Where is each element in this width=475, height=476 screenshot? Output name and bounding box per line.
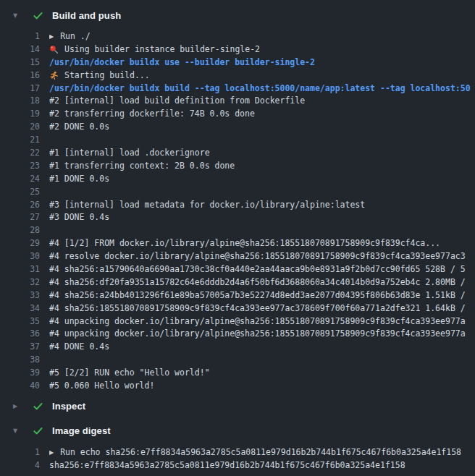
log-line-content: Starting build... [49,69,150,82]
log-text: Run ./ [60,30,91,43]
log-line: 18#2 [internal] load build definition fr… [0,95,475,108]
step-header-inspect[interactable]: ▶Inspect [0,399,475,415]
chevron-down-icon[interactable]: ▼ [13,428,22,434]
line-number[interactable]: 24 [0,173,40,186]
log-text: #5 0.060 Hello world! [49,380,154,393]
log-line-content: #5 [2/2] RUN echo "Hello world!" [49,367,210,380]
log-line: 34#4 sha256:185518070891758909c9f839cf4c… [0,302,475,315]
log-line-content: #1 [internal] load .dockerignore [49,147,210,160]
line-number[interactable]: 21 [0,134,40,147]
log-line: 23#1 transferring context: 2B 0.0s done [0,160,475,173]
pushpin-icon [49,45,59,54]
line-number[interactable]: 37 [0,341,40,354]
log-line: 30#4 resolve docker.io/library/alpine@sh… [0,250,475,263]
log-line: 24#1 DONE 0.0s [0,173,475,186]
log-line-content: #5 0.060 Hello world! [49,380,154,393]
step-header-image-digest[interactable]: ▼Image digest [0,423,475,439]
log-text: #4 [1/2] FROM docker.io/library/alpine@s… [49,237,440,250]
log-line-content: ▶Run echo sha256:e7ff8834a5963a2785c5a08… [49,446,461,459]
log-line-content: #1 transferring context: 2B 0.0s done [49,160,235,173]
line-number[interactable]: 40 [0,380,40,393]
line-number[interactable]: 38 [0,354,40,367]
line-number[interactable]: 29 [0,237,40,250]
line-number[interactable]: 25 [0,186,40,199]
log-text: #5 [2/2] RUN echo "Hello world!" [49,367,210,380]
log-line: 32#4 sha256:df20fa9351a15782c64e6dddb2d4… [0,276,475,289]
line-number[interactable]: 34 [0,302,40,315]
line-number[interactable]: 16 [0,69,40,82]
log-line-content: #4 DONE 0.4s [49,341,109,354]
log-text: Starting build... [64,69,150,82]
log-line-content: #4 sha256:185518070891758909c9f839cf4ca3… [49,302,466,315]
log-line-content: #3 [internal] load metadata for docker.i… [49,199,365,212]
log-line: 37#4 DONE 0.4s [0,341,475,354]
line-number[interactable]: 4 [0,459,40,472]
log-line-content: #2 transferring dockerfile: 74B 0.0s don… [49,108,255,121]
line-number[interactable]: 30 [0,250,40,263]
log-line-content: #1 DONE 0.0s [49,173,109,186]
line-number[interactable]: 22 [0,147,40,160]
log-line: 26#3 [internal] load metadata for docker… [0,199,475,212]
log-line: 35#4 unpacking docker.io/library/alpine@… [0,315,475,328]
log-text: #1 transferring context: 2B 0.0s done [49,160,235,173]
log-line: 27#3 DONE 0.4s [0,211,475,224]
run-group-expand-icon[interactable]: ▶ [49,446,54,459]
log-text: #4 resolve docker.io/library/alpine@sha2… [49,250,466,263]
log-line-content: ▶Run ./ [49,30,91,43]
log-text: #4 DONE 0.4s [49,341,109,354]
line-number[interactable]: 39 [0,367,40,380]
line-number[interactable]: 23 [0,160,40,173]
line-number[interactable]: 27 [0,211,40,224]
log-line: 1▶Run ./ [0,30,475,43]
log-line-content: Using builder instance builder-single-2 [49,43,260,56]
run-group-expand-icon[interactable]: ▶ [49,30,54,43]
line-number[interactable]: 15 [0,56,40,69]
log-text: sha256:e7ff8834a5963a2785c5a0811e979d16b… [49,459,405,472]
step-header-build-and-push[interactable]: ▼Build and push [0,7,475,23]
log-text: #4 sha256:df20fa9351a15782c64e6dddb2d4a6… [49,276,466,289]
line-number[interactable]: 28 [0,224,40,237]
chevron-down-icon[interactable]: ▼ [13,12,22,19]
log-line: 40#5 0.060 Hello world! [0,380,475,393]
log-text: #4 unpacking docker.io/library/alpine@sh… [49,315,466,328]
log-line-content: #4 sha256:a15790640a6690aa1730c38cf0a440… [49,263,466,276]
command-line: /usr/bin/docker buildx build --tag local… [49,82,471,95]
log-line-content: #4 resolve docker.io/library/alpine@sha2… [49,250,466,263]
line-number[interactable]: 35 [0,315,40,328]
log-line: 25 [0,186,475,199]
check-icon [33,401,43,412]
line-number[interactable]: 20 [0,121,40,134]
log-line: 19#2 transferring dockerfile: 74B 0.0s d… [0,108,475,121]
log-text: Using builder instance builder-single-2 [64,43,260,56]
log-line: 29#4 [1/2] FROM docker.io/library/alpine… [0,237,475,250]
line-number[interactable]: 18 [0,95,40,108]
log-line: 14Using builder instance builder-single-… [0,43,475,56]
line-number[interactable]: 31 [0,263,40,276]
step-log-build-and-push: 1▶Run ./14Using builder instance builder… [0,30,475,393]
log-text: #2 transferring dockerfile: 74B 0.0s don… [49,108,255,121]
line-number[interactable]: 19 [0,108,40,121]
line-number[interactable]: 33 [0,289,40,302]
log-line: 31#4 sha256:a15790640a6690aa1730c38cf0a4… [0,263,475,276]
line-number[interactable]: 17 [0,82,40,95]
line-number[interactable]: 32 [0,276,40,289]
log-text: #3 DONE 0.4s [49,211,109,224]
log-line-content: #3 DONE 0.4s [49,211,109,224]
chevron-right-icon[interactable]: ▶ [13,403,22,409]
line-number[interactable]: 36 [0,328,40,341]
log-line-content: sha256:e7ff8834a5963a2785c5a0811e979d16b… [49,459,405,472]
line-number[interactable]: 1 [0,30,40,43]
line-number[interactable]: 1 [0,446,40,459]
log-line-content: #4 unpacking docker.io/library/alpine@sh… [49,328,466,341]
log-line: 28 [0,224,475,237]
log-text: Run echo sha256:e7ff8834a5963a2785c5a081… [60,446,461,459]
log-line: 16Starting build... [0,69,475,82]
log-line-content: #4 sha256:a24bb4013296f61e89ba57005a7b3e… [49,289,466,302]
line-number[interactable]: 14 [0,43,40,56]
log-text: /usr/bin/docker buildx use --builder bui… [49,56,315,69]
check-icon [33,10,43,21]
log-text: /usr/bin/docker buildx build --tag local… [49,82,471,95]
step-inspect: ▶Inspect [0,399,475,415]
line-number[interactable]: 26 [0,199,40,212]
log-line-content: #4 unpacking docker.io/library/alpine@sh… [49,315,466,328]
